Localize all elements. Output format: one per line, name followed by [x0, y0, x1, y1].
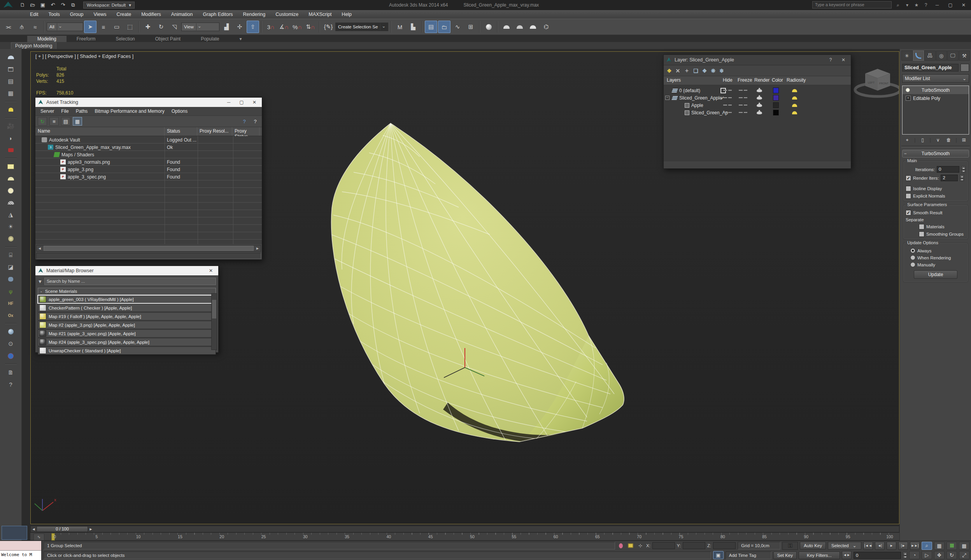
help-whats-this-icon[interactable]: ? — [240, 117, 249, 125]
update-button[interactable]: Update — [914, 270, 957, 279]
column-proxy-status[interactable]: Proxy Status — [232, 127, 259, 136]
configure-modifier-sets-icon[interactable]: ⊞ — [960, 136, 967, 144]
scroll-right-icon[interactable]: ► — [254, 246, 261, 250]
previous-key-icon[interactable]: ◄| — [875, 542, 885, 550]
hair-farm-icon[interactable]: HF — [5, 298, 16, 308]
select-and-move-icon[interactable]: ✚ — [142, 21, 154, 33]
set-keys-icon[interactable]: ⚿ — [782, 542, 798, 550]
zoom-icon[interactable]: ⌕ — [922, 542, 932, 550]
selection-filter-dropdown[interactable]: All ⌄ — [47, 23, 83, 31]
menu-customize[interactable]: Customize — [270, 10, 303, 19]
vray-sun-icon[interactable]: ☀ — [5, 222, 16, 232]
set-current-layer-icon[interactable]: ❖ — [702, 68, 707, 74]
select-objects-in-layer-icon[interactable]: ❏ — [693, 68, 698, 74]
3dsmax-logo-icon[interactable] — [2, 1, 15, 9]
radiosity-icon[interactable] — [792, 96, 797, 100]
vray-light-dome-icon[interactable] — [5, 173, 16, 184]
modifier-enable-bulb-icon[interactable] — [906, 88, 910, 92]
redo-icon[interactable]: ↷ — [59, 2, 67, 9]
column-proxy-resolution[interactable]: Proxy Resol... — [197, 127, 232, 136]
project-folder-icon[interactable]: ⧉ — [69, 2, 77, 9]
vray-object-properties-icon[interactable] — [5, 351, 16, 361]
column-radiosity[interactable]: Radiosity — [787, 77, 806, 83]
menu-graph-editors[interactable]: Graph Editors — [198, 10, 238, 19]
curve-editor-icon[interactable]: ∿ — [451, 21, 464, 33]
tab-utilities-icon[interactable]: ⚒ — [959, 51, 970, 61]
hide-toggle[interactable] — [723, 97, 732, 98]
listener-macro-pane[interactable] — [0, 541, 41, 551]
layer-dialog-titlebar[interactable]: Layer: Sliced_Green_Apple ? ✕ — [664, 55, 851, 65]
vray-ies-light-icon[interactable]: ◮ — [5, 210, 16, 220]
ribbon-tab-object-paint[interactable]: Object Paint — [145, 36, 191, 42]
frame-spinner[interactable] — [903, 552, 907, 558]
listener-output-pane[interactable]: Welcome to M — [0, 551, 41, 560]
percent-snap-icon[interactable]: %∩ — [291, 21, 303, 33]
menu-help[interactable]: Help — [337, 10, 357, 19]
material-editor-icon[interactable] — [482, 21, 495, 33]
favorites-star-icon[interactable]: ★ — [913, 2, 920, 8]
select-and-rotate-icon[interactable]: ↻ — [155, 21, 167, 33]
menu-file[interactable]: File — [58, 108, 72, 114]
scroll-left-icon[interactable]: ◄ — [37, 246, 43, 250]
turbosmooth-rollout-header[interactable]: − TurboSmooth — [902, 150, 969, 158]
time-slider-handle[interactable]: 0 / 100 — [37, 526, 88, 532]
orbit-icon[interactable]: ↻ — [946, 551, 957, 559]
radiosity-icon[interactable] — [792, 104, 797, 107]
minimize-button[interactable]: ─ — [932, 2, 942, 8]
render-iters-spinner[interactable] — [960, 175, 964, 181]
sign-in-icon[interactable]: ▾ — [904, 2, 910, 8]
stack-item-editable-poly[interactable]: + Editable Poly — [903, 94, 969, 102]
ribbon-panel-polygon-modeling[interactable]: Polygon Modeling — [11, 42, 56, 49]
selection-lock-icon[interactable] — [627, 542, 634, 550]
hide-toggle[interactable] — [723, 90, 732, 91]
ornatrix-icon[interactable]: Ox — [5, 310, 16, 320]
help-icon[interactable]: ? — [251, 117, 259, 125]
column-name[interactable]: Name — [35, 127, 165, 136]
material-item[interactable]: UnwrapChecker ( Standard ) [Apple] — [38, 346, 216, 355]
modifier-list-dropdown[interactable]: Modifier List ⌄ — [902, 74, 969, 83]
menu-animation[interactable]: Animation — [166, 10, 198, 19]
object-name-field[interactable]: Sliced_Green_Apple — [902, 64, 959, 72]
material-item[interactable]: Map #2 (apple_3.png) [Apple, Apple, Appl… — [38, 321, 216, 329]
highlight-layer-icon[interactable]: ❋ — [711, 68, 715, 74]
ribbon-tab-modeling[interactable]: Modeling — [27, 36, 67, 42]
show-end-result-icon[interactable]: ▯ — [919, 136, 926, 144]
search-icon[interactable]: ⌕ — [895, 2, 901, 8]
vray-light-sphere-icon[interactable] — [5, 186, 16, 196]
column-layers[interactable]: Layers — [667, 77, 681, 83]
material-browser-titlebar[interactable]: Material/Map Browser ✕ — [35, 266, 218, 275]
angle-snap-icon[interactable]: ∡∩ — [278, 21, 290, 33]
render-toggle-teapot-icon[interactable] — [757, 111, 762, 114]
delete-layer-icon[interactable]: ✕ — [676, 68, 680, 74]
explicit-normals-checkbox[interactable] — [906, 193, 911, 199]
material-item[interactable]: Map #21 (apple_3_spec.png) [Apple, Apple… — [38, 329, 216, 338]
select-and-scale-icon[interactable]: ◹ — [168, 21, 181, 33]
hide-freeze-layer-icon[interactable]: ❄ — [719, 68, 724, 74]
play-icon[interactable]: ► — [887, 542, 896, 550]
align-icon[interactable]: ▙ — [407, 21, 419, 33]
smooth-result-checkbox[interactable]: ✓ — [906, 210, 911, 215]
rendered-frame-window-icon[interactable] — [514, 21, 526, 33]
open-mini-curve-editor-icon[interactable]: ∿ — [33, 534, 44, 541]
asset-row-texture[interactable]: P apple_3.png Found — [35, 166, 262, 173]
zoom-extents-all-icon[interactable]: ▩ — [959, 542, 969, 550]
smoothing-groups-checkbox[interactable] — [919, 231, 924, 237]
vray-proxy-icon[interactable] — [5, 274, 16, 284]
material-item[interactable]: CheckerPattern ( Checker ) [Apple, Apple… — [38, 304, 216, 312]
ribbon-minimize-icon[interactable]: ▾ — [230, 36, 252, 42]
key-mode-toggle-icon[interactable]: ◄► — [842, 551, 852, 559]
select-and-manipulate-icon[interactable]: ✢ — [233, 21, 246, 33]
close-icon[interactable]: ✕ — [838, 57, 848, 63]
viewport-label[interactable]: [ + ] [ Perspective ] [ Shaded + Edged F… — [35, 54, 133, 59]
material-item[interactable]: apple_green_003 ( VRayBlendMtl ) [Apple] — [38, 295, 216, 303]
horizontal-scrollbar[interactable]: ◄ ► — [36, 245, 261, 252]
new-scene-icon[interactable]: 🗋 — [19, 2, 26, 9]
when-rendering-radio[interactable] — [910, 255, 915, 260]
workspace-dropdown[interactable]: Workspace: Default ▾ — [83, 2, 135, 9]
scrollbar-thumb[interactable] — [44, 246, 254, 251]
vray-material-picker-icon[interactable]: ⊙ — [5, 339, 16, 349]
vray-light-lister-icon[interactable] — [5, 105, 16, 115]
maximize-icon[interactable]: ▢ — [237, 100, 247, 105]
close-icon[interactable]: ✕ — [249, 100, 259, 105]
auto-key-button[interactable]: Auto Key — [800, 542, 826, 550]
